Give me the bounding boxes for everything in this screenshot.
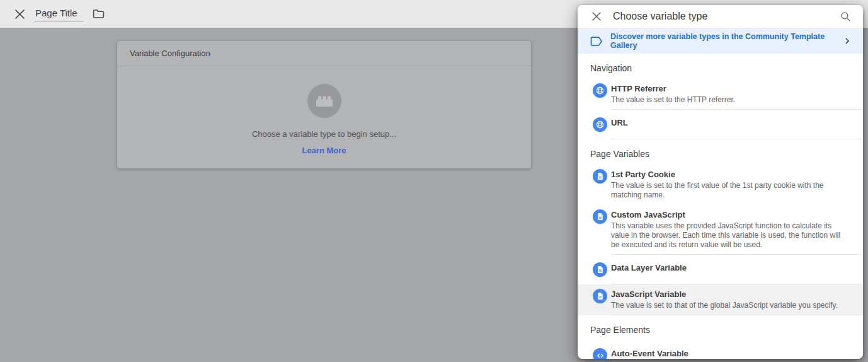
variable-type-title: JavaScript Variable [611,289,838,300]
variable-type-row[interactable]: JavaScript VariableThe value is set to t… [578,284,863,315]
globe-icon [593,117,607,132]
document-icon [593,289,607,303]
variable-type-row[interactable]: Custom JavaScriptThis variable uses the … [578,205,863,255]
variable-type-row[interactable]: URL [578,110,863,139]
choose-variable-type-panel: Choose variable type Discover more varia… [578,5,863,359]
variable-type-title: HTTP Referrer [611,84,735,94]
variable-type-row[interactable]: 1st Party CookieThe value is set to the … [578,165,863,205]
variable-type-section: NavigationHTTP ReferrerThe value is set … [578,54,863,139]
variable-brick-icon [307,84,341,118]
section-label: Page Elements [578,325,863,341]
variable-type-section: Page ElementsAuto-Event VariableDOM Elem… [578,315,863,359]
panel-title: Choose variable type [613,11,838,22]
globe-icon [593,83,607,98]
setup-hint: Choose a variable type to begin setup... [117,129,531,139]
variable-type-title: Custom JavaScript [611,210,843,220]
gallery-banner-text: Discover more variable types in the Comm… [610,32,843,50]
variable-type-description: This variable uses the provided JavaScri… [611,221,843,250]
editor-close-icon[interactable] [13,7,26,21]
document-icon [593,169,607,184]
panel-header: Choose variable type [578,5,863,28]
document-icon [593,262,607,277]
variable-configuration-card: Variable Configuration Choose a variable… [117,41,531,168]
variable-type-title: URL [611,118,628,128]
search-icon[interactable] [838,9,853,24]
panel-close-icon[interactable] [590,10,603,23]
variable-type-description: The value is set to the HTTP referrer. [611,95,735,105]
learn-more-link[interactable]: Learn More [302,146,346,155]
community-gallery-banner[interactable]: Discover more variable types in the Comm… [578,28,863,54]
section-label: Navigation [578,63,863,79]
variable-type-section: Page Variables1st Party CookieThe value … [578,139,863,315]
variable-type-description: The value is set to the first value of t… [611,181,843,200]
code-icon [593,348,607,359]
document-icon [593,209,607,224]
template-gallery-icon [590,36,603,47]
variable-type-title: Data Layer Variable [611,263,687,273]
card-title: Variable Configuration [117,41,531,66]
chevron-right-icon [843,37,852,45]
page-title-input[interactable]: Page Title [34,6,84,22]
variable-type-row[interactable]: Auto-Event Variable [578,341,863,359]
folder-icon[interactable] [93,9,105,19]
variable-type-row[interactable]: HTTP ReferrerThe value is set to the HTT… [578,79,863,110]
variable-type-row[interactable]: Data Layer Variable [578,255,863,284]
variable-type-description: The value is set to that of the global J… [611,301,838,310]
variable-type-title: 1st Party Cookie [611,170,843,180]
variable-type-list: NavigationHTTP ReferrerThe value is set … [578,54,863,359]
variable-type-title: Auto-Event Variable [611,349,688,359]
section-label: Page Variables [578,149,863,165]
